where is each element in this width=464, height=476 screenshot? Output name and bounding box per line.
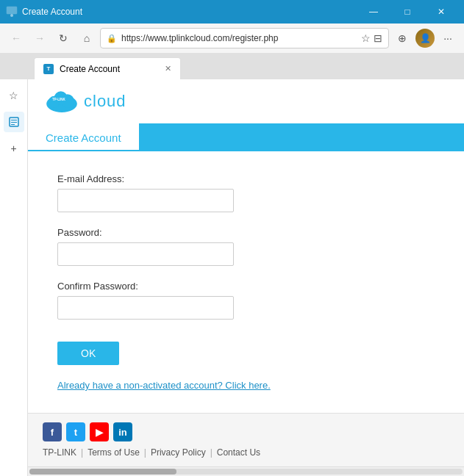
email-form-group: E-mail Address: <box>57 173 435 212</box>
email-input[interactable] <box>57 189 234 212</box>
password-label: Password: <box>57 227 435 238</box>
scrollbar-thumb[interactable] <box>29 469 176 475</box>
privacy-link[interactable]: Privacy Policy <box>151 447 206 458</box>
ok-button[interactable]: OK <box>57 342 119 365</box>
svg-text:TP-LINK: TP-LINK <box>52 98 66 101</box>
brand-text: cloud <box>84 93 126 109</box>
youtube-icon[interactable]: ▶ <box>90 422 109 441</box>
close-button[interactable]: ✕ <box>424 0 458 24</box>
contact-link[interactable]: Contact Us <box>217 447 260 458</box>
create-account-tab-label: Create Account <box>46 131 121 144</box>
facebook-icon[interactable]: f <box>43 422 62 441</box>
hub-button[interactable]: ⊕ <box>392 28 413 48</box>
password-input[interactable] <box>57 242 234 266</box>
create-account-tab[interactable]: Create Account <box>28 123 139 151</box>
nav-extras: ⊕ 👤 ··· <box>392 28 458 48</box>
forward-button[interactable]: → <box>29 28 50 48</box>
tab-close-button[interactable]: ✕ <box>165 64 171 73</box>
nav-bar: ← → ↻ ⌂ 🔒 https://www.tplinkcloud.com/re… <box>0 24 464 53</box>
tplink-logo: TP-LINK cloud <box>43 88 126 115</box>
page-content: TP-LINK cloud Create Account E-mail Addr… <box>28 79 464 476</box>
terms-link[interactable]: Terms of Use <box>88 447 140 458</box>
twitter-icon[interactable]: t <box>66 422 85 441</box>
footer-sep-2: | <box>144 447 146 458</box>
footer-sep-1: | <box>81 447 83 458</box>
cloud-icon: TP-LINK <box>43 88 81 115</box>
sidebar-reading-button[interactable] <box>4 112 24 132</box>
footer-sep-3: | <box>210 447 213 458</box>
confirm-password-label: Confirm Password: <box>57 281 435 292</box>
address-bar-icons: ☆ ⊟ <box>361 32 382 44</box>
user-avatar[interactable]: 👤 <box>415 29 435 48</box>
page-tab-bar: Create Account <box>28 123 464 151</box>
social-icons: f t ▶ in <box>43 422 449 441</box>
tab-favicon: T <box>43 64 54 74</box>
sidebar-favorites-button[interactable]: ☆ <box>4 85 24 106</box>
home-button[interactable]: ⌂ <box>76 28 97 48</box>
refresh-button[interactable]: ↻ <box>53 28 74 48</box>
tplink-footer-link[interactable]: TP-LINK <box>43 447 76 458</box>
linkedin-icon[interactable]: in <box>113 422 132 441</box>
browser-body: ☆ + <box>0 79 464 476</box>
title-bar: Create Account — □ ✕ <box>0 0 464 24</box>
footer-links: TP-LINK | Terms of Use | Privacy Policy … <box>43 447 449 458</box>
reading-icon[interactable]: ⊟ <box>374 32 382 44</box>
tplink-header: TP-LINK cloud <box>28 79 464 123</box>
lock-icon: 🔒 <box>107 34 117 43</box>
form-area: E-mail Address: Password: Confirm Passwo… <box>28 151 464 413</box>
tabs-bar: T Create Account ✕ <box>0 53 464 79</box>
browser-tab[interactable]: T Create Account ✕ <box>34 57 181 79</box>
svg-rect-3 <box>11 120 17 120</box>
sidebar-new-button[interactable]: + <box>4 138 24 159</box>
password-form-group: Password: <box>57 227 435 266</box>
scrollbar-area <box>28 466 464 476</box>
title-bar-left: Create Account <box>6 6 82 18</box>
maximize-button[interactable]: □ <box>390 0 424 24</box>
confirm-password-input[interactable] <box>57 296 234 320</box>
non-activated-link[interactable]: Already have a non-activated account? Cl… <box>57 380 435 391</box>
svg-rect-4 <box>11 122 17 123</box>
sidebar-icons: ☆ + <box>0 79 28 476</box>
svg-rect-5 <box>11 124 15 125</box>
back-button[interactable]: ← <box>6 28 26 48</box>
address-bar[interactable]: 🔒 https://www.tplinkcloud.com/register.p… <box>100 28 389 48</box>
svg-point-1 <box>10 14 13 17</box>
footer-area: f t ▶ in TP-LINK | Terms of Use | Privac… <box>28 413 464 466</box>
browser-icon <box>6 6 18 18</box>
scrollbar-track[interactable] <box>29 469 463 475</box>
tplink-logo-cloud: TP-LINK cloud <box>43 88 126 115</box>
window-controls: — □ ✕ <box>357 0 458 24</box>
favorites-icon[interactable]: ☆ <box>361 32 371 44</box>
svg-rect-0 <box>7 7 17 14</box>
tab-label: Create Account <box>60 64 120 74</box>
minimize-button[interactable]: — <box>357 0 390 24</box>
window-title: Create Account <box>22 7 82 17</box>
email-label: E-mail Address: <box>57 173 435 184</box>
settings-button[interactable]: ··· <box>438 28 458 48</box>
url-text: https://www.tplinkcloud.com/register.php <box>121 33 278 43</box>
confirm-password-form-group: Confirm Password: <box>57 281 435 320</box>
